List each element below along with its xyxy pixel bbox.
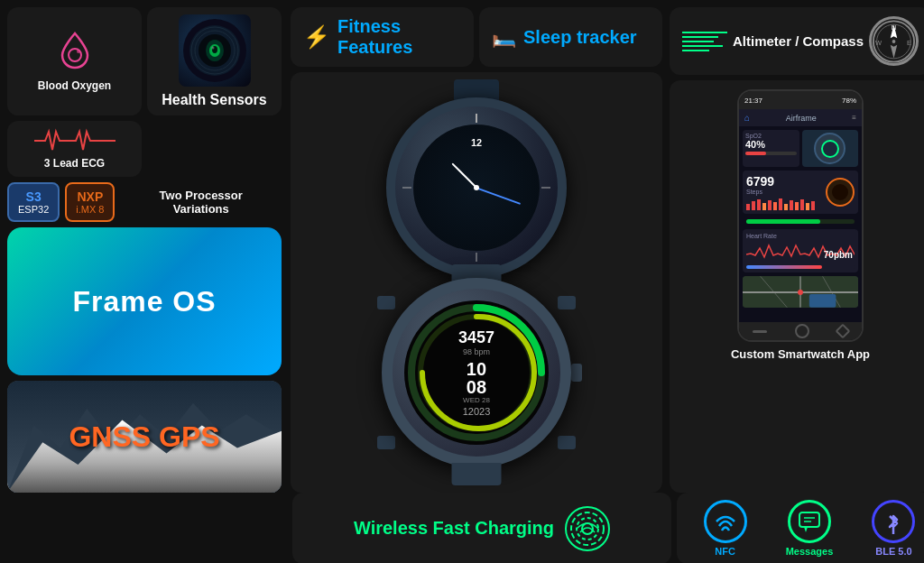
phone-watch-thumb-img <box>814 133 845 164</box>
fitness-features-label: Fitness Features <box>337 16 461 58</box>
phone-activity-bars <box>746 197 822 210</box>
blood-oxygen-label: Blood Oxygen <box>38 79 111 92</box>
watches-stack: 12 <box>291 72 662 493</box>
custom-app-label: Custom Smartwatch App <box>731 347 870 361</box>
blood-drop-icon <box>59 32 91 76</box>
phone-hr-gauge-fill <box>746 265 822 269</box>
phone-spo2-value: 40% <box>745 139 797 150</box>
phone-nav-button-2 <box>795 324 809 338</box>
phone-status-bar: 21:37 78% <box>739 91 862 109</box>
two-processor-label: Two ProcessorVariations <box>120 189 282 216</box>
ecg-wave-icon <box>34 128 116 153</box>
ble-label: BLE 5.0 <box>875 546 911 557</box>
phone-mockup: 21:37 78% ⌂ Airframe ≡ SpO2 40% <box>737 89 864 342</box>
svg-rect-31 <box>762 203 766 210</box>
phone-steps-watch-thumb <box>826 178 855 207</box>
phone-watch-thumbnail <box>802 130 859 167</box>
compass-icon: E W N <box>869 16 919 66</box>
wireless-charging-icon <box>565 506 610 551</box>
phone-hr-chart: 70pbm <box>746 241 855 263</box>
left-top-grid: Blood Oxygen <box>7 7 282 177</box>
ecg-label: 3 Lead ECG <box>44 157 105 170</box>
frame-os-label: Frame OS <box>72 285 216 318</box>
svg-rect-37 <box>795 202 799 210</box>
connectivity-card: NFC Messages <box>677 493 924 563</box>
phone-hr-label: Heart Rate <box>746 233 855 239</box>
svg-text:N: N <box>892 23 896 31</box>
chat-bubble-icon <box>797 509 822 534</box>
svg-rect-32 <box>768 200 772 210</box>
svg-text:W: W <box>875 38 882 46</box>
svg-point-8 <box>211 47 214 50</box>
phone-menu-icon: ≡ <box>852 114 856 122</box>
phone-spo2-metric: SpO2 40% <box>743 130 799 167</box>
altimeter-compass-card: Altimeter / Compass E W N <box>670 7 924 75</box>
svg-rect-34 <box>779 198 782 210</box>
nxp-line2: i.MX 8 <box>76 204 104 215</box>
date-value: WED 28 <box>458 396 494 404</box>
alt-line-5 <box>682 50 709 51</box>
bluetooth-icon <box>881 509 906 534</box>
time-value: 1008 <box>458 360 494 396</box>
bolt-icon: ⚡ <box>303 24 330 50</box>
s3-line1: S3 <box>18 189 49 204</box>
svg-rect-36 <box>790 200 793 210</box>
svg-rect-38 <box>800 199 804 210</box>
svg-rect-39 <box>806 203 809 210</box>
phone-home-icon: ⌂ <box>744 113 750 123</box>
svg-rect-51 <box>799 512 819 527</box>
health-sensors-label: Health Sensors <box>162 92 266 108</box>
watch-display-area: 12 <box>291 72 662 493</box>
svg-point-49 <box>577 518 598 540</box>
svg-point-1 <box>77 50 80 53</box>
top-watch-body: 12 <box>386 97 567 278</box>
health-sensor-image <box>179 14 251 87</box>
messages-feature: Messages <box>786 500 834 557</box>
nfc-feature: NFC <box>704 500 747 557</box>
alt-line-4 <box>682 45 723 47</box>
nfc-wifi-icon <box>712 508 739 535</box>
middle-top-row: ⚡ Fitness Features 🛏️ Sleep tracker <box>291 7 662 67</box>
svg-rect-40 <box>811 201 815 210</box>
svg-marker-23 <box>891 44 898 58</box>
svg-rect-28 <box>746 204 750 210</box>
fitness-features-card: ⚡ Fitness Features <box>291 7 474 67</box>
alt-line-3 <box>682 41 714 42</box>
right-column: Altimeter / Compass E W N <box>666 7 924 493</box>
bottom-watch-body: 3457 98 bpm 1008 WED 28 12023 <box>382 278 571 467</box>
ble-feature: BLE 5.0 <box>872 500 915 557</box>
svg-text:E: E <box>907 38 911 46</box>
ble-icon-circle <box>872 500 915 543</box>
processor-row: S3 ESP32 NXP i.MX 8 Two ProcessorVariati… <box>7 182 282 222</box>
phone-steps-row: 6799 Steps <box>743 171 858 214</box>
alt-line-2 <box>682 36 718 38</box>
watch-12-label: 12 <box>471 137 482 148</box>
charging-label: Wireless Fast Charging <box>354 518 554 539</box>
phone-spo2-fill <box>745 152 766 155</box>
bottom-watch-data: 3457 98 bpm 1008 WED 28 12023 <box>458 328 494 417</box>
altimeter-label: Altimeter / Compass <box>733 33 864 49</box>
phone-hr-gauge-bg <box>746 265 855 269</box>
health-sensor-card: Health Sensors <box>147 7 282 115</box>
phone-spo2-bar <box>745 152 797 155</box>
main-container: Blood Oxygen <box>0 0 924 563</box>
phone-steps-label: Steps <box>746 189 822 195</box>
phone-battery: 78% <box>842 97 856 105</box>
steps-value: 3457 <box>458 328 494 347</box>
top-watch-face: 12 <box>413 125 540 251</box>
phone-steps-bar-bg <box>746 219 855 224</box>
svg-point-47 <box>798 290 803 295</box>
top-watch: 12 <box>386 97 567 278</box>
gnss-gps-card: GNSS GPS <box>7 381 282 493</box>
phone-spo2-label: SpO2 <box>745 133 797 139</box>
phone-steps-progress <box>743 217 858 226</box>
phone-steps-num: 6799 <box>746 174 822 189</box>
s3-badge: S3 ESP32 <box>7 182 60 222</box>
phone-hr-value: 70pbm <box>824 245 853 262</box>
phone-map <box>743 276 858 308</box>
bpm-value: 98 bpm <box>458 347 494 356</box>
phone-hr-section: Heart Rate 70pbm <box>743 229 858 272</box>
phone-nav-button-3 <box>835 324 850 339</box>
bottom-watch-face: 3457 98 bpm 1008 WED 28 12023 <box>404 300 549 445</box>
middle-column: ⚡ Fitness Features 🛏️ Sleep tracker <box>287 7 666 493</box>
